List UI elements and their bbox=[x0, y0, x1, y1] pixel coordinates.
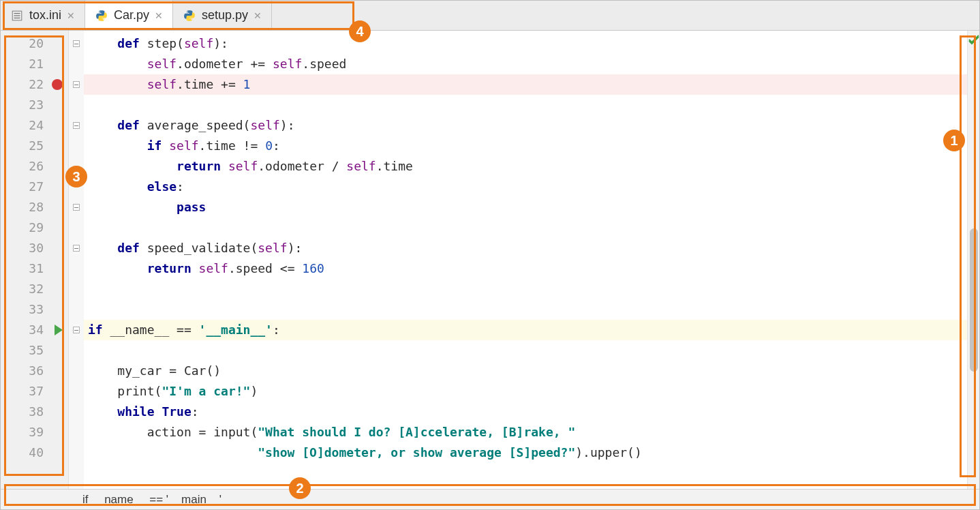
fold-toggle-icon[interactable] bbox=[73, 327, 80, 333]
fold-toggle-icon[interactable] bbox=[73, 40, 80, 47]
line-number[interactable]: 26 bbox=[1, 156, 68, 177]
editor-tab[interactable]: tox.ini✕ bbox=[1, 1, 85, 30]
editor-tab[interactable]: Car.py✕ bbox=[85, 1, 173, 30]
line-number[interactable]: 35 bbox=[1, 340, 68, 361]
line-number[interactable]: 30 bbox=[1, 238, 68, 258]
line-number[interactable]: 31 bbox=[1, 258, 68, 279]
validation-scroll-strip[interactable] bbox=[967, 31, 979, 489]
line-number[interactable]: 28 bbox=[1, 197, 68, 217]
fold-toggle-icon[interactable] bbox=[73, 245, 80, 252]
code-line[interactable]: while True: bbox=[84, 402, 967, 422]
ini-file-icon bbox=[10, 9, 24, 22]
line-number[interactable]: 33 bbox=[1, 299, 68, 320]
code-line[interactable]: else: bbox=[84, 177, 967, 197]
line-number[interactable]: 20 bbox=[1, 33, 68, 54]
fold-toggle-icon[interactable] bbox=[73, 81, 80, 88]
line-number[interactable]: 23 bbox=[1, 95, 68, 115]
line-number[interactable]: 21 bbox=[1, 54, 68, 74]
code-line[interactable]: def step(self): bbox=[84, 33, 967, 54]
breadcrumb-bar[interactable]: if __name__ == '__main__' bbox=[1, 489, 979, 509]
code-line[interactable]: self.time += 1 bbox=[84, 74, 967, 95]
line-number[interactable]: 39 bbox=[1, 422, 68, 442]
close-icon[interactable]: ✕ bbox=[254, 10, 262, 21]
line-number[interactable]: 29 bbox=[1, 217, 68, 238]
close-icon[interactable]: ✕ bbox=[155, 10, 163, 21]
editor-tab[interactable]: setup.py✕ bbox=[173, 1, 272, 30]
breadcrumb-text[interactable]: if __name__ == '__main__' bbox=[82, 493, 221, 507]
code-line[interactable] bbox=[84, 340, 967, 361]
tab-label: setup.py bbox=[202, 8, 248, 22]
code-line[interactable]: def average_speed(self): bbox=[84, 115, 967, 136]
tab-label: tox.ini bbox=[29, 8, 61, 22]
code-line[interactable]: return self.speed <= 160 bbox=[84, 258, 967, 279]
fold-column[interactable] bbox=[69, 31, 84, 489]
line-number[interactable]: 27 bbox=[1, 177, 68, 197]
code-line[interactable]: if self.time != 0: bbox=[84, 136, 967, 156]
fold-toggle-icon[interactable] bbox=[73, 122, 80, 129]
line-number[interactable]: 40 bbox=[1, 442, 68, 463]
python-file-icon bbox=[183, 9, 196, 22]
line-number[interactable]: 24 bbox=[1, 115, 68, 136]
scrollbar-thumb[interactable] bbox=[970, 228, 978, 372]
editor-tabs-bar: tox.ini✕Car.py✕setup.py✕ bbox=[1, 1, 979, 31]
code-line[interactable]: return self.odometer / self.time bbox=[84, 156, 967, 177]
code-line[interactable]: self.odometer += self.speed bbox=[84, 54, 967, 74]
code-line[interactable]: action = input("What should I do? [A]cce… bbox=[84, 422, 967, 442]
run-gutter-icon[interactable] bbox=[55, 325, 63, 335]
code-line[interactable]: def speed_validate(self): bbox=[84, 238, 967, 258]
code-line[interactable]: print("I'm a car!") bbox=[84, 381, 967, 402]
code-line[interactable] bbox=[84, 279, 967, 299]
line-number[interactable]: 22 bbox=[1, 74, 68, 95]
code-line[interactable]: if __name__ == '__main__': bbox=[84, 320, 967, 340]
code-line[interactable]: pass bbox=[84, 197, 967, 217]
code-line[interactable]: "show [O]dometer, or show average [S]pee… bbox=[84, 442, 967, 463]
fold-toggle-icon[interactable] bbox=[73, 204, 80, 211]
tab-label: Car.py bbox=[114, 8, 149, 22]
line-number[interactable]: 25 bbox=[1, 136, 68, 156]
code-line[interactable]: my_car = Car() bbox=[84, 361, 967, 381]
code-line[interactable] bbox=[84, 95, 967, 115]
ide-editor-window: tox.ini✕Car.py✕setup.py✕ 202122232425262… bbox=[0, 0, 980, 510]
editor-area: 2021222324252627282930313233343536373839… bbox=[1, 31, 979, 489]
gutter[interactable]: 2021222324252627282930313233343536373839… bbox=[1, 31, 69, 489]
line-number[interactable]: 38 bbox=[1, 402, 68, 422]
code-area[interactable]: def step(self): self.odometer += self.sp… bbox=[84, 31, 967, 489]
line-number[interactable]: 37 bbox=[1, 381, 68, 402]
code-line[interactable] bbox=[84, 217, 967, 238]
line-number[interactable]: 36 bbox=[1, 361, 68, 381]
line-number[interactable]: 32 bbox=[1, 279, 68, 299]
python-file-icon bbox=[95, 9, 108, 22]
close-icon[interactable]: ✕ bbox=[67, 10, 75, 21]
code-line[interactable] bbox=[84, 299, 967, 320]
breakpoint-marker[interactable] bbox=[52, 79, 63, 90]
line-number[interactable]: 34 bbox=[1, 320, 68, 340]
inspection-ok-icon[interactable] bbox=[968, 33, 979, 44]
